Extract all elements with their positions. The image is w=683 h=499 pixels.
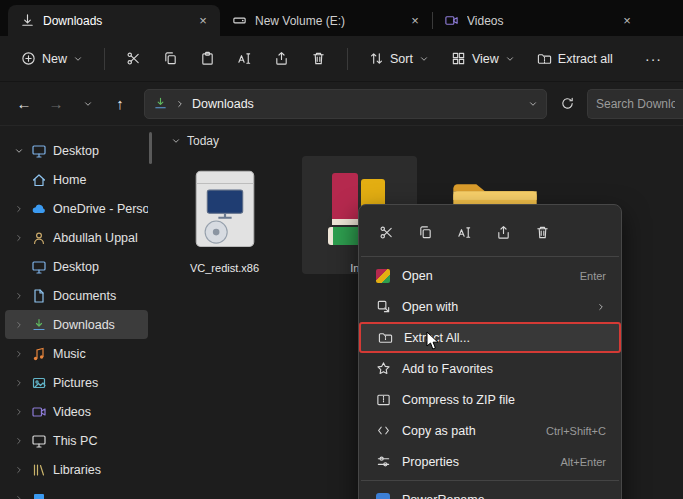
- menu-item-open[interactable]: Open Enter: [364, 260, 616, 291]
- up-button[interactable]: ↑: [106, 90, 134, 118]
- videos-icon: [31, 404, 47, 420]
- paste-button[interactable]: [191, 44, 224, 73]
- tab-videos[interactable]: Videos ×: [432, 5, 644, 36]
- sidebar-item-label: Documents: [53, 289, 116, 303]
- chevron-down-icon: [14, 146, 24, 156]
- forward-button[interactable]: →: [42, 90, 70, 118]
- chevron-right-icon: [14, 407, 24, 417]
- sidebar-item-libraries[interactable]: Libraries: [5, 455, 148, 484]
- music-icon: [31, 346, 47, 362]
- chevron-down-icon: [419, 54, 429, 64]
- history-dropdown-button[interactable]: [74, 90, 102, 118]
- menu-item-copy-as-path[interactable]: Copy as path Ctrl+Shift+C: [364, 415, 616, 446]
- close-icon[interactable]: ×: [406, 12, 424, 30]
- breadcrumb[interactable]: Downloads: [192, 97, 254, 111]
- tab-downloads[interactable]: Downloads ×: [8, 5, 220, 36]
- close-icon[interactable]: ×: [194, 12, 212, 30]
- sidebar-item-this-pc[interactable]: This PC: [5, 426, 148, 455]
- winrar-mini-icon: [374, 269, 392, 283]
- menu-item-open-with[interactable]: Open with: [364, 291, 616, 322]
- group-header-today[interactable]: Today: [167, 134, 683, 148]
- chevron-right-icon: [14, 291, 24, 301]
- toolbar-separator: [347, 48, 348, 70]
- sidebar-item-label: Videos: [53, 405, 91, 419]
- cut-icon[interactable]: [371, 218, 401, 246]
- close-icon[interactable]: ×: [618, 12, 636, 30]
- sidebar-item-user-folder[interactable]: Abdullah Uppal: [5, 223, 148, 252]
- ellipsis-icon: ···: [645, 51, 662, 67]
- menu-item-powerrename[interactable]: PowerRename: [364, 484, 616, 499]
- menu-item-label: Copy as path: [402, 424, 536, 438]
- chevron-right-icon: [14, 349, 24, 359]
- sidebar-item-music[interactable]: Music: [5, 339, 148, 368]
- file-vc-redist[interactable]: VC_redist.x86: [167, 156, 282, 274]
- delete-icon[interactable]: [527, 218, 557, 246]
- delete-button[interactable]: [302, 44, 335, 73]
- cut-button[interactable]: [117, 44, 150, 73]
- address-dropdown-icon[interactable]: [528, 99, 538, 109]
- chevron-right-icon: [14, 436, 24, 446]
- new-button[interactable]: New: [12, 44, 92, 73]
- tab-label: New Volume (E:): [255, 14, 398, 28]
- sidebar-item-home[interactable]: Home: [5, 165, 148, 194]
- chevron-right-icon: [14, 233, 24, 243]
- back-button[interactable]: ←: [10, 90, 38, 118]
- address-bar[interactable]: Downloads: [144, 89, 547, 119]
- rename-icon[interactable]: [449, 218, 479, 246]
- sort-button[interactable]: Sort: [360, 44, 438, 73]
- view-button[interactable]: View: [442, 44, 524, 73]
- scissors-icon: [126, 51, 141, 66]
- chevron-right-icon: [14, 378, 24, 388]
- chevron-right-icon: [175, 99, 185, 109]
- menu-item-compress-zip[interactable]: Compress to ZIP file: [364, 384, 616, 415]
- document-icon: [31, 288, 47, 304]
- menu-divider: [361, 480, 619, 481]
- chevron-down-icon: [171, 136, 181, 146]
- paste-icon: [200, 51, 215, 66]
- share-icon: [274, 51, 289, 66]
- rename-button[interactable]: [228, 44, 261, 73]
- winrar-book-red: [332, 173, 358, 225]
- chevron-down-icon: [505, 54, 515, 64]
- tab-label: Downloads: [43, 14, 186, 28]
- menu-item-label: Add to Favorites: [402, 362, 606, 376]
- downloads-location-icon: [153, 96, 168, 111]
- copy-button[interactable]: [154, 44, 187, 73]
- download-icon: [20, 13, 35, 28]
- libraries-icon: [31, 462, 47, 478]
- sidebar-item-downloads[interactable]: Downloads: [5, 310, 148, 339]
- home-icon: [31, 172, 47, 188]
- chevron-right-icon: [14, 204, 24, 214]
- tab-label: Videos: [467, 14, 610, 28]
- share-icon[interactable]: [488, 218, 518, 246]
- sidebar-item-pictures[interactable]: Pictures: [5, 368, 148, 397]
- more-options-button[interactable]: ···: [636, 44, 671, 74]
- context-menu-icon-row: [359, 211, 621, 253]
- sidebar-item-desktop[interactable]: Desktop: [5, 252, 148, 281]
- sidebar-item-videos[interactable]: Videos: [5, 397, 148, 426]
- sidebar-item-documents[interactable]: Documents: [5, 281, 148, 310]
- menu-item-add-to-favorites[interactable]: Add to Favorites: [364, 353, 616, 384]
- menu-item-properties[interactable]: Properties Alt+Enter: [364, 446, 616, 477]
- menu-item-label: Compress to ZIP file: [402, 393, 606, 407]
- star-icon: [374, 361, 392, 376]
- extract-icon: [376, 330, 394, 345]
- sidebar-item-partial[interactable]: [5, 484, 148, 499]
- sidebar-item-desktop-root[interactable]: Desktop: [5, 136, 148, 165]
- chevron-down-icon: [73, 54, 83, 64]
- extract-all-button[interactable]: Extract all: [528, 44, 622, 73]
- file-name: VC_redist.x86: [190, 262, 259, 274]
- sidebar-scrollbar[interactable]: [149, 132, 152, 164]
- copy-icon[interactable]: [410, 218, 440, 246]
- share-button[interactable]: [265, 44, 298, 73]
- search-input[interactable]: [587, 89, 683, 119]
- sidebar-item-label: Libraries: [53, 463, 101, 477]
- sidebar-item-onedrive[interactable]: OneDrive - Personal: [5, 194, 148, 223]
- tab-new-volume[interactable]: New Volume (E:) ×: [220, 5, 432, 36]
- open-with-icon: [374, 299, 392, 314]
- refresh-button[interactable]: [553, 90, 581, 118]
- navigation-pane: Desktop Home OneDrive - Personal Abdulla…: [0, 126, 153, 499]
- powerrename-icon: [374, 493, 392, 499]
- menu-item-extract-all[interactable]: Extract All...: [359, 322, 621, 353]
- sort-label: Sort: [390, 52, 413, 66]
